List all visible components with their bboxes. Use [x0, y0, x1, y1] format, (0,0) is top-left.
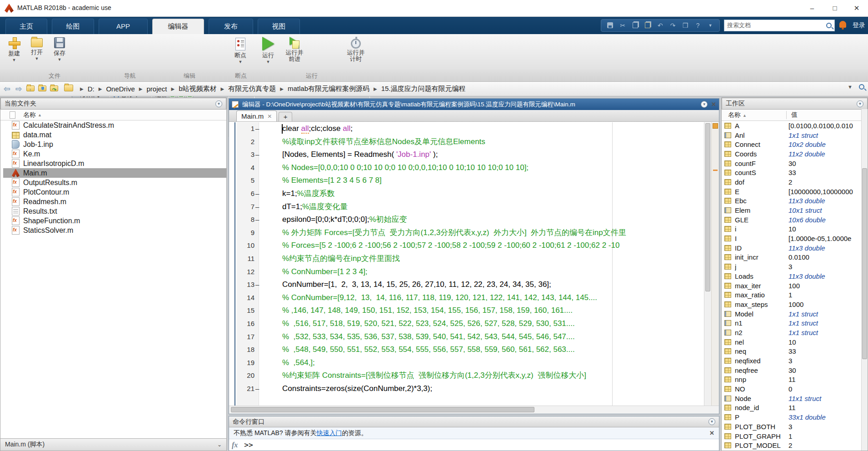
code-line[interactable]: 4% Nodes=[0,0,0;10 0 0;10 10 0;0 10 0;0,…: [229, 161, 704, 175]
ribbon-tab-3[interactable]: APP: [99, 19, 148, 34]
file-row[interactable]: PlotContour.m: [0, 187, 226, 197]
workspace-variable-row[interactable]: Anl1x1 struct: [722, 130, 868, 140]
code-line[interactable]: 13–ConNumber=[1, 2, 3, 13, 14, 15, 25, 2…: [229, 278, 704, 291]
workspace-variable-row[interactable]: n21x1 struct: [722, 328, 868, 337]
code-line[interactable]: 14% ConNumber=[9,12, 13, 14, 116, 117, 1…: [229, 291, 704, 305]
workspace-variable-row[interactable]: max_steps1000: [722, 300, 868, 309]
history-back-icon[interactable]: ⇦: [2, 84, 12, 94]
code-area[interactable]: 1–clear all;clc;close all;2%读取inp文件获得节点坐…: [229, 122, 704, 406]
code-line[interactable]: 7–dT=1;%温度变化量: [229, 200, 704, 214]
ribbon-tab-4[interactable]: 编辑器: [152, 19, 204, 34]
code-line[interactable]: 9% 外力矩阵 Forces=[受力节点 受力方向(1,2,3分别代表x,y,z…: [229, 226, 704, 240]
folder-up-icon[interactable]: [25, 84, 35, 94]
login-link[interactable]: 登录: [853, 21, 865, 30]
workspace-variable-row[interactable]: init_incr0.0100: [722, 253, 868, 262]
code-line[interactable]: 19% ,564,];: [229, 356, 704, 370]
analyzer-warning-indicator[interactable]: [713, 123, 718, 129]
code-line[interactable]: 18% ,548, 549, 550, 551, 552, 553, 554, …: [229, 343, 704, 356]
workspace-variable-row[interactable]: max_ratio1: [722, 290, 868, 300]
workspace-variable-row[interactable]: neq33: [722, 347, 868, 356]
workspace-variable-row[interactable]: PLOT_MODEL2: [722, 441, 868, 450]
new-button[interactable]: 新建▼: [4, 36, 25, 68]
code-line[interactable]: 15% ,146, 147, 148, 149, 150, 151, 152, …: [229, 304, 704, 317]
workspace-variable-row[interactable]: ID11x3 double: [722, 243, 868, 253]
switch-window-icon[interactable]: ❒: [681, 21, 690, 30]
breadcrumb-segment[interactable]: OneDrive: [106, 85, 135, 93]
file-row[interactable]: LinearIsotropicD.m: [0, 159, 226, 168]
code-line[interactable]: 20%约束矩阵 Constraints=[强制位移节点 强制位移方向(1,2,3…: [229, 369, 704, 382]
code-line[interactable]: 10% Forces=[5 2 -100;6 2 -100;56 2 -100;…: [229, 239, 704, 252]
maximize-button[interactable]: □: [824, 0, 845, 16]
file-list-column-header[interactable]: 名称 ▲: [0, 110, 226, 120]
code-line[interactable]: 3–[Nodes, Elements] = Readmesh( 'Job-1.i…: [229, 148, 704, 161]
command-prompt[interactable]: >>: [244, 441, 253, 449]
workspace-scrollbar[interactable]: [861, 109, 868, 451]
paste-icon[interactable]: [643, 21, 652, 30]
workspace-variable-row[interactable]: NO0: [722, 384, 868, 394]
workspace-variable-row[interactable]: i10: [722, 225, 868, 234]
file-row[interactable]: Readmesh.m: [0, 197, 226, 206]
editor-close-icon[interactable]: ✕: [711, 101, 716, 108]
command-window-menu-icon[interactable]: ▼: [708, 418, 715, 425]
minimize-button[interactable]: –: [802, 0, 823, 16]
command-prompt-row[interactable]: fx >>: [229, 439, 719, 451]
workspace-variable-row[interactable]: max_iter100: [722, 281, 868, 291]
ribbon-tab-2[interactable]: 绘图: [52, 19, 94, 34]
code-line[interactable]: 11%约束节点的编号在inp文件里面找: [229, 252, 704, 266]
undo-icon[interactable]: ↶: [656, 21, 665, 30]
workspace-variable-row[interactable]: Ebc11x3 double: [722, 196, 868, 206]
file-row[interactable]: Ke.m: [0, 149, 226, 159]
workspace-scroll-thumb[interactable]: [862, 168, 867, 359]
quick-access-more-icon[interactable]: ▼: [706, 21, 715, 30]
editor-menu-icon[interactable]: ▼: [701, 101, 708, 108]
save-icon[interactable]: [606, 21, 615, 30]
breadcrumb-segment[interactable]: matlab有限元编程案例源码: [288, 85, 369, 93]
workspace-column-header[interactable]: 名称▲ 值: [722, 110, 868, 121]
code-line[interactable]: 1–clear all;clc;close all;: [229, 122, 704, 135]
run-and-time-button[interactable]: 运行并计时: [344, 36, 368, 68]
code-line[interactable]: 5% Elements=[1 2 3 4 5 6 7 8]: [229, 174, 704, 187]
breadcrumb-segment[interactable]: project: [146, 85, 167, 93]
run-and-advance-button[interactable]: 运行并前进: [282, 36, 307, 68]
workspace-variable-row[interactable]: n11x1 struct: [722, 318, 868, 328]
editor-vertical-scrollbar[interactable]: [704, 122, 711, 406]
save-button[interactable]: 保存▼: [49, 36, 70, 68]
workspace-variable-row[interactable]: neqfixed3: [722, 356, 868, 366]
workspace-variable-row[interactable]: j3: [722, 262, 868, 271]
doc-search-input[interactable]: 搜索文档: [724, 20, 835, 31]
code-line[interactable]: 12% ConNumber=[1 2 3 4];: [229, 266, 704, 279]
workspace-variable-row[interactable]: Node11x1 struct: [722, 394, 868, 403]
new-tab-button[interactable]: +: [279, 112, 292, 121]
workspace-menu-icon[interactable]: ▼: [857, 100, 863, 107]
workspace-variable-row[interactable]: GLE10x6 double: [722, 215, 868, 225]
file-row[interactable]: Job-1.inp: [0, 140, 226, 149]
breadcrumb-segment[interactable]: 有限元仿真专题: [228, 85, 276, 93]
name-column-header[interactable]: 名称: [23, 111, 36, 119]
file-row[interactable]: Main.m: [0, 168, 226, 178]
open-button[interactable]: 打开▼: [26, 36, 47, 68]
workspace-variable-row[interactable]: countF30: [722, 159, 868, 168]
file-row[interactable]: OutputResults.m: [0, 178, 226, 187]
copy-icon[interactable]: [631, 21, 640, 30]
workspace-variable-row[interactable]: node_id11: [722, 403, 868, 413]
workspace-variable-row[interactable]: Elem10x1 struct: [722, 205, 868, 215]
redo-icon[interactable]: ↷: [668, 21, 678, 30]
ribbon-tab-5[interactable]: 发布: [209, 19, 253, 34]
file-row[interactable]: Results.txt: [0, 206, 226, 216]
workspace-variable-row[interactable]: PLOT_BOTH3: [722, 422, 868, 431]
file-row[interactable]: CalculateStrainAndStress.m: [0, 120, 226, 130]
vertical-scroll-thumb[interactable]: [705, 123, 710, 291]
file-row[interactable]: ShapeFunction.m: [0, 216, 226, 226]
file-row[interactable]: StaticsSolver.m: [0, 226, 226, 235]
notification-bell-icon[interactable]: [839, 21, 846, 28]
workspace-variable-row[interactable]: nel10: [722, 337, 868, 347]
analyzer-warning-tick[interactable]: [713, 170, 718, 171]
workspace-variable-row[interactable]: P33x1 double: [722, 412, 868, 422]
quick-start-link[interactable]: 快速入门: [317, 429, 342, 437]
new-folder-icon[interactable]: [49, 84, 59, 94]
code-line[interactable]: 6–k=1;%温度系数: [229, 187, 704, 200]
browse-folder-icon[interactable]: [37, 84, 47, 94]
workspace-variable-row[interactable]: I[1.0000e-05,1.0000e: [722, 234, 868, 243]
details-expand-icon[interactable]: ⌄: [217, 441, 222, 448]
ribbon-tab-1[interactable]: 主页: [5, 19, 47, 34]
